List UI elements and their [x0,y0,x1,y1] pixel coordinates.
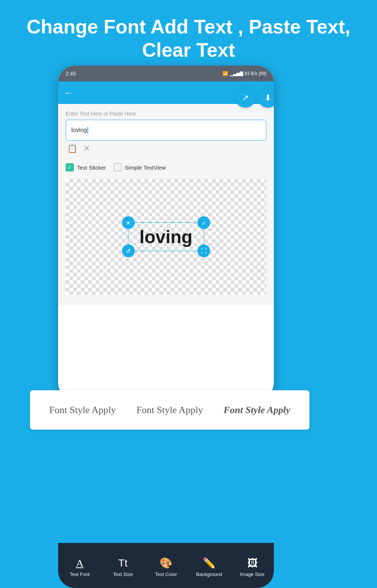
content-area: Enter Text Here or Paste Here loving 📋 ✕… [58,104,274,305]
download-icon: ⬇ [264,93,271,103]
image-size-label: Image Size [240,571,264,577]
rotate-icon: ↺ [126,247,131,254]
font-strip: Font Style Apply Font Style Apply Font S… [30,390,309,430]
text-sticker-check-indicator: ✓ [66,163,74,171]
font-sample-2[interactable]: Font Style Apply [126,405,213,416]
app-bar: ← ↗ ⬇ [58,81,274,104]
input-value: loving [71,127,87,134]
text-size-icon: Tt [118,557,128,569]
status-icons: 📶 ▁▃▅▇ 83 B/s [99] [222,71,266,76]
nav-item-background[interactable]: ✏️ Background [188,554,231,577]
speed-indicator: 83 B/s [245,71,257,76]
app-bar-actions: ↗ ⬇ [236,88,274,108]
clear-button[interactable]: ✕ [83,144,90,153]
sticker-handle-tr[interactable]: ✓ [197,217,210,229]
text-sticker-label: Text Sticker [77,164,106,171]
text-sticker[interactable]: ✕ ✓ ↺ ⛶ loving [128,223,204,251]
image-size-icon: 🖼 [247,557,258,569]
checkbox-row: ✓ Text Sticker Simple TextView [66,159,266,175]
phone-frame: 2:45 📶 ▁▃▅▇ 83 B/s [99] ← ↗ ⬇ Enter Text… [58,66,274,400]
text-input-box[interactable]: loving [66,120,266,141]
nav-item-text-font[interactable]: A Text Font [58,554,101,577]
text-color-label: Text Color [155,571,177,577]
signal-icon: ▁▃▅▇ [230,71,243,76]
status-bar: 2:45 📶 ▁▃▅▇ 83 B/s [99] [58,66,274,81]
header-title: Change Font Add Text , Paste Text, Clear… [0,0,377,73]
sticker-handle-tl[interactable]: ✕ [122,217,135,229]
text-sticker-checkbox[interactable]: ✓ Text Sticker [66,163,106,171]
share-icon: ↗ [242,93,249,103]
share-button[interactable]: ↗ [236,88,255,108]
status-time: 2:45 [66,71,76,77]
text-color-icon: 🎨 [159,557,173,569]
close-icon: ✕ [126,219,131,226]
font-sample-3[interactable]: Font Style Apply [213,405,300,416]
wifi-icon: 📶 [222,71,228,76]
simple-textview-check-indicator [114,163,122,171]
text-size-label: Text Size [113,571,133,577]
simple-textview-label: Simple TextView [125,164,166,171]
sticker-handle-br[interactable]: ⛶ [197,245,210,257]
download-button[interactable]: ⬇ [258,88,274,108]
background-icon: ✏️ [203,557,216,569]
bottom-nav: A Text Font Tt Text Size 🎨 Text Color ✏️… [58,543,274,588]
nav-item-text-color[interactable]: 🎨 Text Color [144,554,188,577]
sticker-handle-bl[interactable]: ↺ [122,245,135,257]
input-label: Enter Text Here or Paste Here [66,111,266,117]
paste-button[interactable]: 📋 [67,144,77,153]
sticker-text: loving [140,227,192,247]
nav-item-text-size[interactable]: Tt Text Size [101,554,144,577]
clear-icon: ✕ [83,144,90,153]
paste-icon: 📋 [67,144,77,153]
background-label: Background [196,571,222,577]
text-font-label: Text Font [70,571,90,577]
back-button[interactable]: ← [64,87,73,98]
battery-indicator: [99] [259,71,266,76]
text-cursor [87,127,88,134]
simple-textview-checkbox[interactable]: Simple TextView [114,163,166,171]
resize-icon: ⛶ [201,248,207,254]
input-actions-row: 📋 ✕ [66,144,266,153]
canvas-area: ✕ ✓ ↺ ⛶ loving [66,179,266,295]
font-sample-1[interactable]: Font Style Apply [39,405,126,416]
check-icon: ✓ [201,219,206,226]
nav-item-image-size[interactable]: 🖼 Image Size [231,554,274,577]
text-font-icon: A [76,557,83,569]
